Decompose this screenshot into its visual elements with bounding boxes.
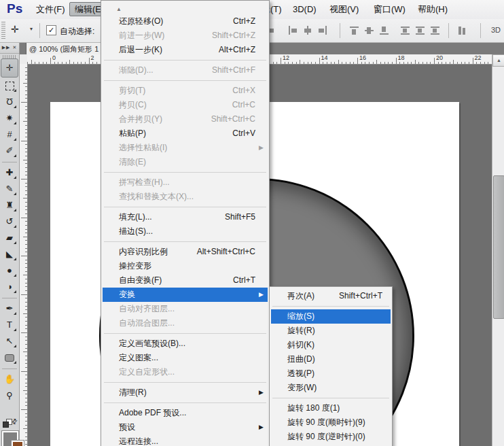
edit-menu-item-18[interactable]: 描边(S)... [103, 224, 268, 239]
edit-menu-item-9[interactable]: 合并拷贝(Y)Shift+Ctrl+C [103, 112, 268, 126]
edit-menu-item-15[interactable]: 查找和替换文本(X)... [103, 190, 268, 204]
transform-submenu-item-4[interactable]: 斜切(K) [271, 338, 391, 352]
edit-menu-item-10[interactable]: 粘贴(P)Ctrl+V [103, 126, 268, 141]
path-selection-tool[interactable]: ↖ [1, 333, 18, 349]
healing-brush-tool[interactable]: ✚ [1, 165, 18, 181]
align-top-edges-icon[interactable] [348, 25, 359, 36]
edit-menu-item-33[interactable]: Adobe PDF 预设... [103, 406, 268, 420]
transform-submenu-item-5[interactable]: 扭曲(D) [271, 352, 391, 366]
paint-bucket-tool[interactable]: ◣ [1, 246, 18, 262]
edit-menu-item-31[interactable]: 清理(R)▶ [103, 385, 268, 400]
move-tool[interactable]: ✛ [1, 58, 18, 78]
edit-menu-item-29[interactable]: 定义自定形状... [103, 365, 268, 379]
transform-submenu-item-7[interactable]: 变形(W) [271, 381, 391, 395]
scroll-up-arrow[interactable]: ▲ [492, 54, 504, 67]
history-brush-tool[interactable]: ↺ [1, 213, 18, 230]
eraser-tool[interactable]: ▰ [1, 230, 18, 246]
menu-item-label: 选择性粘贴(I) [119, 141, 167, 155]
quick-selection-tool[interactable]: ✷ [1, 110, 18, 126]
menu-separator [271, 395, 391, 401]
edit-menu-item-2[interactable]: 前进一步(W)Shift+Ctrl+Z [103, 29, 268, 43]
menu-separator [103, 204, 268, 210]
edit-menu-item-20[interactable]: 内容识别比例Alt+Shift+Ctrl+C [103, 245, 268, 259]
distribute-bottom-edges-icon[interactable] [429, 25, 440, 36]
blur-tool[interactable]: ● [1, 262, 18, 279]
clone-stamp-tool[interactable]: ♜ [1, 197, 18, 213]
edit-menu-item-27[interactable]: 定义画笔预设(B)... [103, 337, 268, 351]
edit-menu-item-5[interactable]: 渐隐(D)...Shift+Ctrl+F [103, 63, 268, 78]
pen-tool[interactable]: ✒ [1, 301, 18, 317]
align-horizontal-centers-icon[interactable] [302, 25, 313, 36]
zoom-tool[interactable]: ⚲ [1, 388, 18, 404]
edit-menu-item-1[interactable]: 还原轻移(O)Ctrl+Z [103, 14, 268, 29]
brush-tool[interactable]: ✎ [1, 181, 18, 197]
background-color-swatch[interactable] [12, 441, 24, 446]
menu-item-label: 定义画笔预设(B)... [119, 337, 185, 351]
edit-menu-item-14[interactable]: 拼写检查(H)... [103, 175, 268, 190]
scrollbar-thumb[interactable] [493, 175, 504, 319]
options-bar-grip[interactable] [1, 22, 5, 39]
toolbox-panel: ▶▶ ✕ ✛Ʊ✷#✐✚✎♜↺▰◣●◑✒T↖✋⚲ ⇄ [0, 42, 20, 446]
distribute-columns-icon[interactable] [456, 25, 467, 36]
lasso-tool[interactable]: Ʊ [1, 94, 18, 110]
edit-menu-item-22[interactable]: 自由变换(F)Ctrl+T [103, 273, 268, 288]
menu-item-3[interactable]: 窗口(W) [369, 3, 410, 16]
menu-separator [103, 379, 268, 385]
dodge-burn-tool[interactable]: ◑ [1, 279, 18, 295]
align-bottom-edges-icon[interactable] [378, 25, 389, 36]
hand-tool[interactable]: ✋ [1, 371, 18, 388]
transform-submenu-item-11[interactable]: 旋转 90 度(逆时针)(0) [271, 430, 391, 444]
eyedropper-tool[interactable]: ✐ [1, 143, 18, 159]
menu-scroll-up-icon[interactable]: ▲ [101, 5, 269, 14]
toolbox-header[interactable]: ▶▶ ✕ [0, 42, 19, 54]
edit-menu-item-28[interactable]: 定义图案... [103, 351, 268, 365]
align-vertical-centers-icon[interactable] [363, 25, 374, 36]
edit-menu-item-8[interactable]: 拷贝(C)Ctrl+C [103, 98, 268, 112]
options-separator [340, 23, 340, 38]
edit-menu-item-24[interactable]: 自动对齐图层... [103, 302, 268, 316]
menu-separator [103, 400, 268, 406]
rectangular-marquee-tool[interactable] [1, 78, 18, 94]
transform-submenu-item-0[interactable]: 再次(A)Shift+Ctrl+T [271, 289, 391, 303]
edit-menu-item-35[interactable]: 远程连接... [103, 434, 268, 446]
quick-selection-tool-icon: ✷ [6, 110, 14, 126]
edit-menu-item-25[interactable]: 自动混合图层... [103, 316, 268, 330]
menu-item-2[interactable]: 视图(V) [325, 3, 363, 16]
default-colors-icon[interactable] [3, 422, 9, 428]
rounded-rectangle-tool[interactable] [1, 349, 18, 366]
transform-submenu-item-6[interactable]: 透视(P) [271, 366, 391, 381]
rounded-rectangle-tool-icon [5, 354, 14, 362]
menu-separator [103, 169, 268, 175]
edit-menu-item-7[interactable]: 剪切(T)Ctrl+X [103, 84, 268, 98]
move-tool-icon: ✛ [6, 59, 14, 77]
edit-menu-item-23[interactable]: 变换▶ [103, 288, 268, 302]
transform-submenu-item-3[interactable]: 旋转(R) [271, 324, 391, 338]
edit-menu-item-21[interactable]: 操控变形 [103, 259, 268, 273]
distribute-vertical-centers-icon[interactable] [414, 25, 425, 36]
edit-menu-item-3[interactable]: 后退一步(K)Alt+Ctrl+Z [103, 43, 268, 57]
edit-menu-item-17[interactable]: 填充(L)...Shift+F5 [103, 210, 268, 224]
crop-tool[interactable]: # [1, 126, 18, 143]
align-right-edges-icon[interactable] [317, 25, 328, 36]
photoshop-logo: Ps [7, 1, 22, 16]
edit-menu-item-34[interactable]: 预设▶ [103, 420, 268, 434]
tool-preset-caret-icon[interactable]: ▾ [30, 26, 33, 32]
transform-submenu-item-2[interactable]: 缩放(S) [271, 309, 391, 324]
menu-item-1[interactable]: 3D(D) [288, 3, 321, 16]
auto-select-checkbox[interactable]: ✓ [46, 25, 56, 35]
menu-item-label: 远程连接... [119, 434, 158, 446]
type-tool[interactable]: T [1, 317, 18, 333]
edit-menu-item-12[interactable]: 清除(E) [103, 155, 268, 169]
align-left-edges-icon[interactable] [287, 25, 298, 36]
menu-item-label: 扭曲(D) [287, 352, 315, 366]
align-partial-icon[interactable] [268, 25, 279, 36]
transform-submenu-item-10[interactable]: 旋转 90 度(顺时针)(9) [271, 415, 391, 430]
menu-item-4[interactable]: 帮助(H) [413, 3, 452, 16]
edit-menu-item-11[interactable]: 选择性粘贴(I)▶ [103, 141, 268, 155]
menu-item-label: 描边(S)... [119, 224, 153, 239]
menu-file[interactable]: 文件(F) [31, 3, 70, 16]
menu-item-label: 查找和替换文本(X)... [119, 190, 194, 204]
transform-submenu-item-9[interactable]: 旋转 180 度(1) [271, 401, 391, 415]
menu-item-label: 缩放(S) [287, 309, 314, 324]
distribute-top-edges-icon[interactable] [399, 25, 410, 36]
